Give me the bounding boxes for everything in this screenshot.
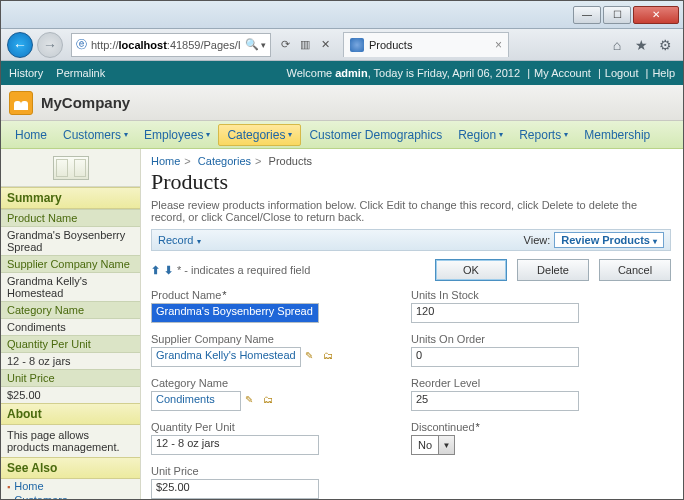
nav-customer-demographics[interactable]: Customer Demographics bbox=[301, 125, 450, 145]
edit-form: Product Name* Grandma's Boysenberry Spre… bbox=[151, 289, 671, 499]
pencil-icon[interactable]: ✎ bbox=[305, 350, 319, 364]
product-name-label: Product Name* bbox=[151, 289, 411, 301]
main-panel: Home> Categories> Products Products Plea… bbox=[141, 149, 683, 499]
forward-button[interactable]: → bbox=[37, 32, 63, 58]
url-prefix: http:// bbox=[91, 39, 119, 51]
discontinued-dropdown[interactable]: No▼ bbox=[411, 435, 455, 455]
order-input[interactable]: 0 bbox=[411, 347, 579, 367]
nav-reports[interactable]: Reports▾ bbox=[511, 125, 576, 145]
search-icon[interactable]: 🔍 bbox=[245, 38, 259, 51]
welcome-text-pre: Welcome bbox=[287, 67, 336, 79]
record-menu[interactable]: Record ▾ bbox=[158, 234, 201, 246]
sidebar-field-value: 12 - 8 oz jars bbox=[1, 353, 140, 369]
sidebar-field-label: Unit Price bbox=[1, 369, 140, 387]
next-record-icon[interactable]: ⬇ bbox=[164, 264, 173, 277]
chevron-down-icon[interactable]: ▼ bbox=[438, 436, 454, 454]
sidebar-field-label: Supplier Company Name bbox=[1, 255, 140, 273]
my-account-link[interactable]: My Account bbox=[534, 67, 591, 79]
window-minimize-button[interactable]: — bbox=[573, 6, 601, 24]
order-label: Units On Order bbox=[411, 333, 671, 345]
breadcrumb-home[interactable]: Home bbox=[151, 155, 180, 167]
reorder-label: Reorder Level bbox=[411, 377, 671, 389]
sidebar-field-value: $25.00 bbox=[1, 387, 140, 403]
prev-record-icon[interactable]: ⬆ bbox=[151, 264, 160, 277]
stock-input[interactable]: 120 bbox=[411, 303, 579, 323]
sidebar-field-value: Condiments bbox=[1, 319, 140, 335]
sidebar-summary-header: Summary bbox=[1, 187, 140, 209]
history-link[interactable]: History bbox=[9, 67, 43, 79]
supplier-label: Supplier Company Name bbox=[151, 333, 411, 345]
company-header: MyCompany bbox=[1, 85, 683, 121]
company-logo bbox=[9, 91, 33, 115]
nav-customers[interactable]: Customers▾ bbox=[55, 125, 136, 145]
stop-button[interactable]: ✕ bbox=[316, 36, 334, 54]
price-label: Unit Price bbox=[151, 465, 411, 477]
breadcrumb-categories[interactable]: Categories bbox=[198, 155, 251, 167]
breadcrumb-current: Products bbox=[269, 155, 312, 167]
tab-title: Products bbox=[369, 39, 412, 51]
qty-input[interactable]: 12 - 8 oz jars bbox=[151, 435, 319, 455]
nav-membership[interactable]: Membership bbox=[576, 125, 658, 145]
home-icon[interactable]: ⌂ bbox=[608, 36, 626, 54]
new-record-icon[interactable]: 🗂 bbox=[323, 350, 337, 364]
url-host: localhost bbox=[119, 39, 167, 51]
entity-icon bbox=[53, 156, 89, 180]
window-titlebar: — ☐ ✕ bbox=[1, 1, 683, 29]
browser-nav-bar: ← → ⓔ http://localhost:41859/Pages/I 🔍 ▾… bbox=[1, 29, 683, 61]
nav-home[interactable]: Home bbox=[7, 125, 55, 145]
sidebar-field-value: Grandma's Boysenberry Spread bbox=[1, 227, 140, 255]
product-name-input[interactable]: Grandma's Boysenberry Spread bbox=[151, 303, 319, 323]
reorder-input[interactable]: 25 bbox=[411, 391, 579, 411]
ie-icon: ⓔ bbox=[76, 37, 87, 52]
addr-caret-icon[interactable]: ▾ bbox=[261, 40, 266, 50]
ok-button[interactable]: OK bbox=[435, 259, 507, 281]
address-bar[interactable]: ⓔ http://localhost:41859/Pages/I 🔍 ▾ bbox=[71, 33, 271, 57]
sidebar-about-text: This page allows products management. bbox=[1, 425, 140, 457]
welcome-text-post: , Today is Friday, April 06, 2012 bbox=[368, 67, 520, 79]
required-hint: * - indicates a required field bbox=[177, 264, 310, 276]
company-name: MyCompany bbox=[41, 94, 130, 111]
category-label: Category Name bbox=[151, 377, 411, 389]
cancel-button[interactable]: Cancel bbox=[599, 259, 671, 281]
nav-categories[interactable]: Categories▾ bbox=[218, 124, 301, 146]
window-maximize-button[interactable]: ☐ bbox=[603, 6, 631, 24]
tab-favicon bbox=[350, 38, 364, 52]
compat-button[interactable]: ▥ bbox=[296, 36, 314, 54]
category-lookup-input[interactable]: Condiments bbox=[151, 391, 241, 411]
delete-button[interactable]: Delete bbox=[517, 259, 589, 281]
url-suffix: :41859/Pages/I bbox=[167, 39, 241, 51]
pencil-icon[interactable]: ✎ bbox=[245, 394, 259, 408]
sidebar-field-value: Grandma Kelly's Homestead bbox=[1, 273, 140, 301]
permalink-link[interactable]: Permalink bbox=[56, 67, 105, 79]
nav-region[interactable]: Region▾ bbox=[450, 125, 511, 145]
tab-close-button[interactable]: × bbox=[495, 38, 502, 52]
sidebar-field-label: Quantity Per Unit bbox=[1, 335, 140, 353]
discontinued-label: Discontinued* bbox=[411, 421, 671, 433]
supplier-lookup-input[interactable]: Grandma Kelly's Homestead bbox=[151, 347, 301, 367]
window-close-button[interactable]: ✕ bbox=[633, 6, 679, 24]
record-toolbar: Record ▾ View: Review Products ▾ bbox=[151, 229, 671, 251]
logout-link[interactable]: Logout bbox=[605, 67, 639, 79]
sidebar-about-header: About bbox=[1, 403, 140, 425]
page-title: Products bbox=[151, 169, 671, 195]
sidebar-field-label: Product Name bbox=[1, 209, 140, 227]
tools-icon[interactable]: ⚙ bbox=[656, 36, 674, 54]
view-selector[interactable]: Review Products ▾ bbox=[554, 232, 664, 248]
sidebar-link-customers[interactable]: Customers bbox=[1, 493, 140, 499]
page-instructions: Please review products information below… bbox=[151, 199, 671, 223]
refresh-button[interactable]: ⟳ bbox=[276, 36, 294, 54]
back-button[interactable]: ← bbox=[7, 32, 33, 58]
nav-employees[interactable]: Employees▾ bbox=[136, 125, 218, 145]
help-link[interactable]: Help bbox=[652, 67, 675, 79]
browser-tab[interactable]: Products × bbox=[343, 32, 509, 57]
price-input[interactable]: $25.00 bbox=[151, 479, 319, 499]
favorites-icon[interactable]: ★ bbox=[632, 36, 650, 54]
stock-label: Units In Stock bbox=[411, 289, 671, 301]
sidebar-link-home[interactable]: Home bbox=[1, 479, 140, 493]
new-record-icon[interactable]: 🗂 bbox=[263, 394, 277, 408]
sidebar-seealso-header: See Also bbox=[1, 457, 140, 479]
welcome-user: admin bbox=[335, 67, 367, 79]
sidebar: Summary Product Name Grandma's Boysenber… bbox=[1, 149, 141, 499]
view-label: View: bbox=[524, 234, 551, 246]
sidebar-field-label: Category Name bbox=[1, 301, 140, 319]
